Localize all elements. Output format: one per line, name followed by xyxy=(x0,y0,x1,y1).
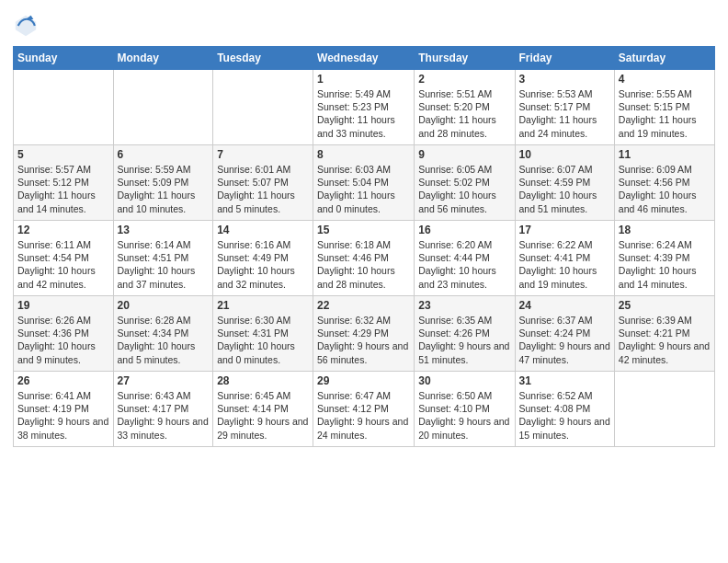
day-number: 13 xyxy=(118,224,210,236)
calendar-cell: 19Sunrise: 6:26 AMSunset: 4:36 PMDayligh… xyxy=(14,296,114,372)
calendar-cell: 28Sunrise: 6:45 AMSunset: 4:14 PMDayligh… xyxy=(213,372,313,447)
calendar-week-1: 5Sunrise: 5:57 AMSunset: 5:12 PMDaylight… xyxy=(14,145,715,221)
calendar-cell: 18Sunrise: 6:24 AMSunset: 4:39 PMDayligh… xyxy=(614,221,714,296)
calendar-cell: 20Sunrise: 6:28 AMSunset: 4:34 PMDayligh… xyxy=(113,296,213,372)
day-number: 2 xyxy=(418,73,510,86)
calendar-cell: 4Sunrise: 5:55 AMSunset: 5:15 PMDaylight… xyxy=(614,70,714,145)
calendar-cell: 27Sunrise: 6:43 AMSunset: 4:17 PMDayligh… xyxy=(113,372,213,447)
day-number: 15 xyxy=(317,224,410,236)
calendar-cell: 25Sunrise: 6:39 AMSunset: 4:21 PMDayligh… xyxy=(614,296,714,372)
day-info: Sunrise: 6:45 AMSunset: 4:14 PMDaylight:… xyxy=(217,389,309,442)
day-info: Sunrise: 6:03 AMSunset: 5:04 PMDaylight:… xyxy=(317,163,410,215)
day-number: 22 xyxy=(317,299,410,312)
day-number: 29 xyxy=(317,374,410,387)
day-number: 7 xyxy=(217,148,309,161)
calendar-cell: 6Sunrise: 5:59 AMSunset: 5:09 PMDaylight… xyxy=(113,145,213,221)
day-info: Sunrise: 6:09 AMSunset: 4:56 PMDaylight:… xyxy=(619,163,711,215)
page-container: SundayMondayTuesdayWednesdayThursdayFrid… xyxy=(0,0,728,453)
calendar-cell xyxy=(14,70,114,145)
day-info: Sunrise: 6:30 AMSunset: 4:31 PMDaylight:… xyxy=(217,314,309,366)
header-wednesday: Wednesday xyxy=(313,47,415,70)
day-info: Sunrise: 6:16 AMSunset: 4:49 PMDaylight:… xyxy=(217,238,309,291)
calendar-cell: 5Sunrise: 5:57 AMSunset: 5:12 PMDaylight… xyxy=(14,145,114,221)
calendar-cell: 9Sunrise: 6:05 AMSunset: 5:02 PMDaylight… xyxy=(415,145,515,221)
calendar-cell xyxy=(213,70,313,145)
calendar-cell xyxy=(113,70,213,145)
day-info: Sunrise: 6:14 AMSunset: 4:51 PMDaylight:… xyxy=(118,238,210,291)
day-info: Sunrise: 6:20 AMSunset: 4:44 PMDaylight:… xyxy=(418,238,510,291)
day-info: Sunrise: 6:18 AMSunset: 4:46 PMDaylight:… xyxy=(317,238,410,291)
day-info: Sunrise: 5:57 AMSunset: 5:12 PMDaylight:… xyxy=(17,163,109,215)
calendar-cell: 14Sunrise: 6:16 AMSunset: 4:49 PMDayligh… xyxy=(213,221,313,296)
day-number: 3 xyxy=(519,73,610,86)
day-info: Sunrise: 6:39 AMSunset: 4:21 PMDaylight:… xyxy=(619,314,711,366)
day-number: 25 xyxy=(619,299,711,312)
day-info: Sunrise: 6:28 AMSunset: 4:34 PMDaylight:… xyxy=(118,314,210,366)
day-info: Sunrise: 6:22 AMSunset: 4:41 PMDaylight:… xyxy=(519,238,610,291)
day-number: 20 xyxy=(118,299,210,312)
calendar-cell: 17Sunrise: 6:22 AMSunset: 4:41 PMDayligh… xyxy=(515,221,614,296)
day-info: Sunrise: 6:01 AMSunset: 5:07 PMDaylight:… xyxy=(217,163,309,215)
day-number: 12 xyxy=(17,224,109,236)
day-number: 24 xyxy=(519,299,610,312)
day-info: Sunrise: 6:07 AMSunset: 4:59 PMDaylight:… xyxy=(519,163,610,215)
calendar-cell: 8Sunrise: 6:03 AMSunset: 5:04 PMDaylight… xyxy=(313,145,415,221)
calendar-cell: 21Sunrise: 6:30 AMSunset: 4:31 PMDayligh… xyxy=(213,296,313,372)
calendar-cell: 16Sunrise: 6:20 AMSunset: 4:44 PMDayligh… xyxy=(415,221,515,296)
calendar-cell xyxy=(614,372,714,447)
day-info: Sunrise: 6:26 AMSunset: 4:36 PMDaylight:… xyxy=(17,314,109,366)
day-number: 16 xyxy=(418,224,510,236)
day-info: Sunrise: 5:51 AMSunset: 5:20 PMDaylight:… xyxy=(418,87,510,140)
day-number: 23 xyxy=(418,299,510,312)
day-info: Sunrise: 5:59 AMSunset: 5:09 PMDaylight:… xyxy=(118,163,210,215)
header-thursday: Thursday xyxy=(415,47,515,70)
day-info: Sunrise: 5:53 AMSunset: 5:17 PMDaylight:… xyxy=(519,87,610,140)
day-info: Sunrise: 5:55 AMSunset: 5:15 PMDaylight:… xyxy=(619,87,711,140)
day-info: Sunrise: 5:49 AMSunset: 5:23 PMDaylight:… xyxy=(317,87,410,140)
calendar-header-row: SundayMondayTuesdayWednesdayThursdayFrid… xyxy=(14,47,715,70)
day-info: Sunrise: 6:50 AMSunset: 4:10 PMDaylight:… xyxy=(418,389,510,442)
day-info: Sunrise: 6:47 AMSunset: 4:12 PMDaylight:… xyxy=(317,389,410,442)
header-friday: Friday xyxy=(515,47,614,70)
header-tuesday: Tuesday xyxy=(213,47,313,70)
day-info: Sunrise: 6:32 AMSunset: 4:29 PMDaylight:… xyxy=(317,314,410,366)
day-number: 26 xyxy=(17,374,109,387)
day-number: 10 xyxy=(519,148,610,161)
calendar-cell: 29Sunrise: 6:47 AMSunset: 4:12 PMDayligh… xyxy=(313,372,415,447)
day-number: 11 xyxy=(619,148,711,161)
calendar-week-0: 1Sunrise: 5:49 AMSunset: 5:23 PMDaylight… xyxy=(14,70,715,145)
day-info: Sunrise: 6:37 AMSunset: 4:24 PMDaylight:… xyxy=(519,314,610,366)
day-number: 17 xyxy=(519,224,610,236)
calendar-cell: 26Sunrise: 6:41 AMSunset: 4:19 PMDayligh… xyxy=(14,372,114,447)
day-info: Sunrise: 6:41 AMSunset: 4:19 PMDaylight:… xyxy=(17,389,109,442)
day-info: Sunrise: 6:43 AMSunset: 4:17 PMDaylight:… xyxy=(118,389,210,442)
calendar-cell: 10Sunrise: 6:07 AMSunset: 4:59 PMDayligh… xyxy=(515,145,614,221)
calendar-table: SundayMondayTuesdayWednesdayThursdayFrid… xyxy=(13,46,715,447)
day-number: 9 xyxy=(418,148,510,161)
calendar-cell: 2Sunrise: 5:51 AMSunset: 5:20 PMDaylight… xyxy=(415,70,515,145)
calendar-week-4: 26Sunrise: 6:41 AMSunset: 4:19 PMDayligh… xyxy=(14,372,715,447)
calendar-week-3: 19Sunrise: 6:26 AMSunset: 4:36 PMDayligh… xyxy=(14,296,715,372)
day-number: 5 xyxy=(17,148,109,161)
day-number: 30 xyxy=(418,374,510,387)
calendar-week-2: 12Sunrise: 6:11 AMSunset: 4:54 PMDayligh… xyxy=(14,221,715,296)
calendar-cell: 23Sunrise: 6:35 AMSunset: 4:26 PMDayligh… xyxy=(415,296,515,372)
header xyxy=(13,9,715,39)
day-number: 6 xyxy=(118,148,210,161)
day-number: 21 xyxy=(217,299,309,312)
logo xyxy=(13,13,42,39)
calendar-cell: 7Sunrise: 6:01 AMSunset: 5:07 PMDaylight… xyxy=(213,145,313,221)
header-sunday: Sunday xyxy=(14,47,114,70)
calendar-cell: 11Sunrise: 6:09 AMSunset: 4:56 PMDayligh… xyxy=(614,145,714,221)
day-info: Sunrise: 6:11 AMSunset: 4:54 PMDaylight:… xyxy=(17,238,109,291)
logo-icon xyxy=(13,13,39,39)
day-info: Sunrise: 6:05 AMSunset: 5:02 PMDaylight:… xyxy=(418,163,510,215)
day-info: Sunrise: 6:52 AMSunset: 4:08 PMDaylight:… xyxy=(519,389,610,442)
day-info: Sunrise: 6:35 AMSunset: 4:26 PMDaylight:… xyxy=(418,314,510,366)
day-info: Sunrise: 6:24 AMSunset: 4:39 PMDaylight:… xyxy=(619,238,711,291)
calendar-cell: 3Sunrise: 5:53 AMSunset: 5:17 PMDaylight… xyxy=(515,70,614,145)
calendar-cell: 15Sunrise: 6:18 AMSunset: 4:46 PMDayligh… xyxy=(313,221,415,296)
calendar-cell: 24Sunrise: 6:37 AMSunset: 4:24 PMDayligh… xyxy=(515,296,614,372)
header-saturday: Saturday xyxy=(614,47,714,70)
calendar-cell: 12Sunrise: 6:11 AMSunset: 4:54 PMDayligh… xyxy=(14,221,114,296)
